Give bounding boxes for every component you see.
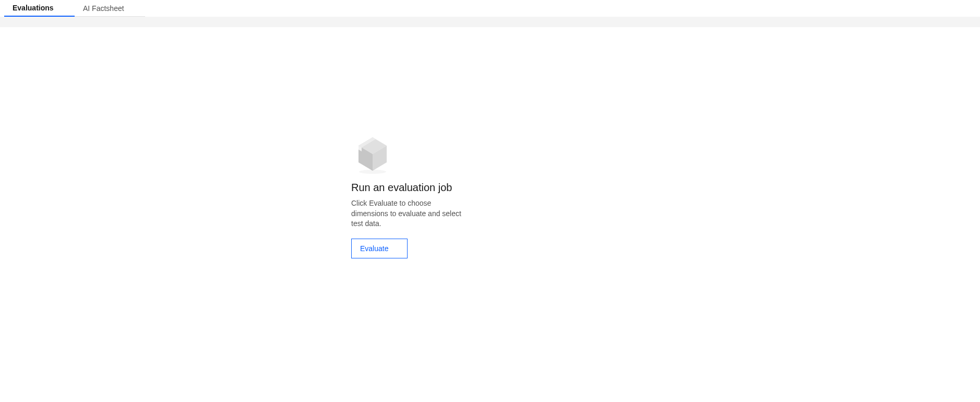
content-area: Run an evaluation job Click Evaluate to … [0,27,980,393]
box-icon [351,134,487,176]
tabs-row: Evaluations AI Factsheet [0,0,980,17]
empty-state: Run an evaluation job Click Evaluate to … [351,134,487,258]
empty-state-heading: Run an evaluation job [351,181,487,194]
evaluate-button[interactable]: Evaluate [351,239,408,258]
tab-ai-factsheet[interactable]: AI Factsheet [75,0,145,17]
svg-point-5 [359,170,386,174]
divider-band [0,17,980,27]
tab-evaluations[interactable]: Evaluations [4,0,75,17]
empty-state-description: Click Evaluate to choose dimensions to e… [351,198,463,229]
